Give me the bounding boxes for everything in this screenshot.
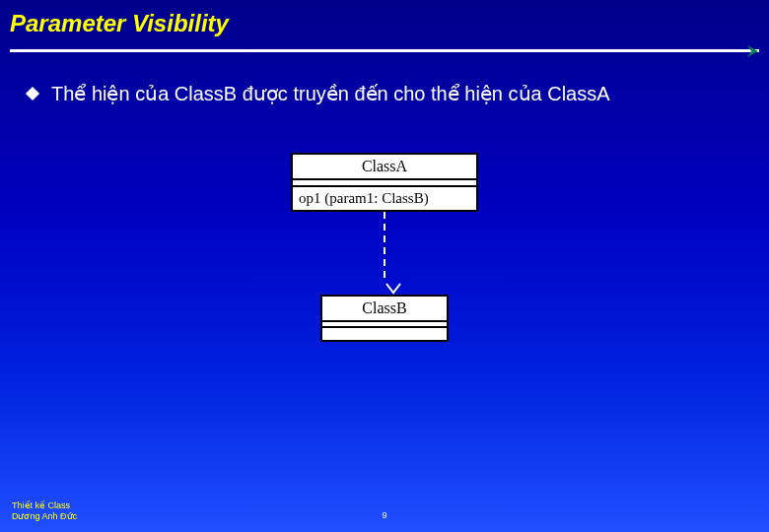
bullet-text: Thể hiện của ClassB được truyền đến cho …: [51, 82, 610, 105]
footer-line-1: Thiết kế Class: [12, 500, 77, 511]
uml-class-a-name: ClassA: [293, 155, 476, 180]
svg-marker-0: [747, 45, 758, 57]
title-underline: [10, 45, 759, 57]
uml-diagram: ClassA op1 (param1: ClassB) ClassB: [0, 153, 769, 342]
uml-class-b-name: ClassB: [322, 297, 447, 322]
uml-class-b: ClassB: [320, 295, 449, 342]
footer-line-2: Dương Anh Đức: [12, 511, 77, 522]
uml-class-b-operations: [322, 328, 447, 340]
footer: Thiết kế Class Dương Anh Đức: [12, 500, 77, 523]
uml-class-a: ClassA op1 (param1: ClassB): [291, 153, 478, 212]
uml-class-a-operation: op1 (param1: ClassB): [293, 187, 476, 210]
underline-rule: [10, 49, 759, 52]
page-number: 9: [382, 510, 386, 520]
slide-title: Parameter Visibility: [0, 0, 769, 45]
underline-arrowhead-icon: [747, 45, 761, 57]
bullet-marker-icon: [26, 87, 39, 100]
bullet-item: Thể hiện của ClassB được truyền đến cho …: [0, 57, 769, 105]
uml-class-a-attributes: [293, 180, 476, 187]
dashed-line-icon: [384, 212, 385, 283]
uml-dependency-arrow: [384, 212, 385, 295]
